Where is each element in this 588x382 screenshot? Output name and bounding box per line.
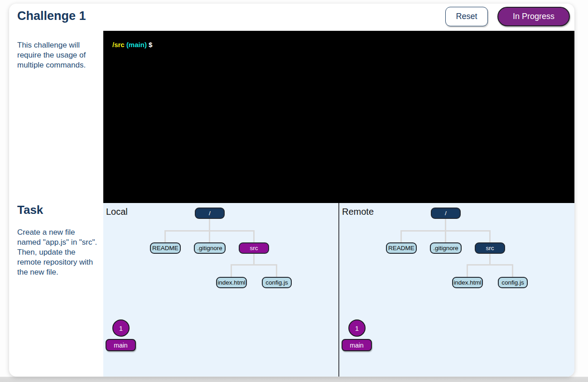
tree-node-gitignore: .gitignore <box>430 242 462 254</box>
tree-connector <box>253 230 255 242</box>
tree-connector <box>467 264 513 266</box>
tree-node-indexhtml: index.html <box>216 277 247 288</box>
status-button[interactable]: In Progress <box>497 7 570 26</box>
local-panel-label: Local <box>106 207 128 217</box>
task-heading: Task <box>17 203 43 217</box>
commit-count-badge: 1 <box>348 319 366 337</box>
tree-connector <box>164 230 166 242</box>
tree-connector <box>231 264 232 277</box>
page-title: Challenge 1 <box>17 9 86 23</box>
tree-node-src: src <box>475 242 505 254</box>
tree-connector <box>231 264 277 266</box>
local-panel: Local / README .gitignore src index.html… <box>103 203 338 377</box>
tree-connector <box>467 264 468 277</box>
tree-connector <box>209 219 210 231</box>
tree-connector <box>445 219 446 231</box>
tree-connector <box>489 254 491 265</box>
tree-node-root: / <box>431 208 461 219</box>
challenge-card: Challenge 1 Reset In Progress This chall… <box>9 4 574 377</box>
prompt-path: /src <box>112 41 125 48</box>
terminal[interactable]: /src (main) $ <box>103 31 574 203</box>
tree-node-gitignore: .gitignore <box>194 242 226 254</box>
remote-panel: Remote / README .gitignore src index.htm… <box>339 203 574 377</box>
tree-node-readme: README <box>386 242 417 254</box>
tree-connector <box>445 230 446 242</box>
tree-connector <box>489 230 491 242</box>
prompt-symbol: $ <box>149 41 152 48</box>
tree-node-src: src <box>239 242 269 254</box>
tree-node-indexhtml: index.html <box>452 277 483 288</box>
commit-count-badge: 1 <box>112 319 130 337</box>
reset-button[interactable]: Reset <box>445 7 488 26</box>
tree-connector <box>276 264 277 277</box>
prompt-branch: (main) <box>126 41 147 48</box>
tree-node-configjs: config.js <box>262 277 292 288</box>
tree-node-readme: README <box>150 242 181 254</box>
branch-badge: main <box>342 339 372 351</box>
tree-connector <box>253 254 255 265</box>
tree-connector <box>209 230 210 242</box>
tree-node-configjs: config.js <box>498 277 528 288</box>
remote-panel-label: Remote <box>342 207 374 217</box>
tree-node-root: / <box>195 208 225 219</box>
terminal-prompt: /src (main) $ <box>112 41 152 48</box>
challenge-description: This challenge will require the usage of… <box>17 40 100 70</box>
repo-panels: Local / README .gitignore src index.html… <box>103 203 574 377</box>
branch-badge: main <box>106 339 136 351</box>
tree-connector <box>400 230 402 242</box>
task-description: Create a new file named "app.js" in "src… <box>17 227 98 277</box>
tree-connector <box>512 264 513 277</box>
